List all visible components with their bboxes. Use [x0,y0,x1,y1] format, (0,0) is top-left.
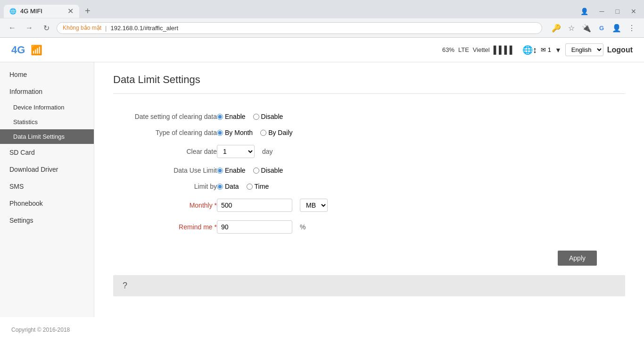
day-label: day [262,148,273,155]
site-footer: Copyright © 2016-2018 [0,317,644,343]
limit-by-time-text: Time [255,183,269,190]
data-use-limit-row: Data Use Limit Enable Disable [113,166,625,175]
wifi-icon: 📶 [31,44,42,56]
monthly-unit-select[interactable]: MB GB [300,199,328,212]
dropdown-arrow-icon[interactable]: ▼ [555,46,561,54]
security-indicator: Không bảo mật [63,25,101,31]
monthly-controls: MB GB [217,198,625,213]
date-setting-disable-radio[interactable] [253,114,259,120]
new-tab-button[interactable]: + [81,4,94,18]
tab-bar: 🌐 4G MIFI ✕ + 👤 ─ □ ✕ [0,0,644,18]
date-setting-enable-radio[interactable] [217,114,223,120]
date-setting-row: Date setting of clearing data Enable Dis… [113,112,625,121]
tab-close-button[interactable]: ✕ [67,8,74,15]
logo-4g-text: 4G [11,44,25,56]
date-setting-disable-label[interactable]: Disable [253,113,283,120]
sidebar-item-download-driver[interactable]: Download Driver [0,161,94,178]
limit-by-data-radio[interactable] [217,184,223,190]
monthly-label: Monthly * [113,198,217,213]
remind-me-row: Remind me * % [113,219,625,235]
profile-avatar-icon[interactable]: 👤 [610,21,623,34]
google-icon[interactable]: G [595,21,608,34]
apply-button[interactable]: Apply [558,251,597,266]
data-use-enable-text: Enable [225,167,246,174]
limit-by-time-radio[interactable] [247,184,253,190]
refresh-button[interactable]: ↻ [40,21,53,34]
type-clearing-label: Type of clearing data [113,128,217,137]
mail-icon[interactable]: ✉ 1 [541,46,551,53]
tab-favicon: 🌐 [9,8,17,15]
globe-icon[interactable]: 🌐↕ [522,45,537,55]
content-layout: Home Information Device Information Stat… [0,62,644,317]
limit-by-data-label[interactable]: Data [217,183,239,190]
data-use-enable-radio[interactable] [217,168,223,174]
signal-info: 63% LTE Viettel ▌▌▌▌ [442,46,515,54]
sidebar-item-sms[interactable]: SMS [0,178,94,195]
remind-me-input[interactable] [217,220,292,234]
logo-4g: 4G [11,44,25,56]
monthly-area: MB GB [217,199,625,212]
by-daily-radio[interactable] [260,130,266,136]
carrier-name: Viettel [473,46,490,53]
battery-percentage: 63% [442,46,454,53]
sidebar: Home Information Device Information Stat… [0,62,94,317]
data-use-limit-controls: Enable Disable [217,166,625,175]
maximize-button[interactable]: □ [612,6,623,17]
sidebar-item-home[interactable]: Home [0,66,94,83]
date-setting-enable-label[interactable]: Enable [217,113,246,120]
url-bar[interactable]: Không bảo mật | 192.168.0.1/#traffic_ale… [57,22,542,34]
by-daily-label[interactable]: By Daily [260,129,292,136]
data-use-enable-label[interactable]: Enable [217,167,246,174]
type-clearing-radio-group: By Month By Daily [217,129,625,136]
logout-button[interactable]: Logout [607,46,633,54]
star-icon[interactable]: ☆ [565,21,578,34]
sidebar-item-statistics[interactable]: Statistics [0,115,94,129]
monthly-input[interactable] [217,199,292,212]
sidebar-item-information[interactable]: Information [0,83,94,100]
type-clearing-row: Type of clearing data By Month By Daily [113,128,625,137]
data-use-disable-radio[interactable] [253,168,259,174]
limit-by-controls: Data Time [217,182,625,191]
minimize-button[interactable]: ─ [596,6,608,17]
by-month-label[interactable]: By Month [217,129,253,136]
date-setting-radio-group: Enable Disable [217,113,625,120]
monthly-row: Monthly * MB GB [113,198,625,213]
forward-button[interactable]: → [23,21,36,34]
by-daily-text: By Daily [268,129,292,136]
header-actions: 🌐↕ ✉ 1 ▼ English Logout [522,43,633,56]
header-right: 63% LTE Viettel ▌▌▌▌ 🌐↕ ✉ 1 ▼ English Lo… [442,43,633,56]
browser-actions: 🔑 ☆ 🔌 G 👤 ⋮ [550,21,638,34]
clear-date-label: Clear date [113,144,217,159]
help-icon[interactable]: ? [123,281,127,291]
clear-date-area: 1 2 3 day [217,145,625,158]
copyright-text: Copyright © 2016-2018 [11,327,70,333]
profile-button[interactable]: 👤 [577,6,592,17]
network-type: LTE [458,46,469,53]
data-use-disable-label[interactable]: Disable [253,167,283,174]
sidebar-item-data-limit-settings[interactable]: Data Limit Settings [0,129,94,144]
date-setting-controls: Enable Disable [217,112,625,121]
limit-by-label: Limit by [113,182,217,191]
extension-icon[interactable]: 🔌 [580,21,593,34]
sidebar-item-sd-card[interactable]: SD Card [0,144,94,161]
limit-by-time-label[interactable]: Time [247,183,269,190]
back-button[interactable]: ← [6,21,19,34]
key-icon[interactable]: 🔑 [550,21,563,34]
remind-me-area: % [217,220,625,234]
remind-me-label: Remind me * [113,219,217,235]
data-use-disable-text: Disable [261,167,283,174]
menu-icon[interactable]: ⋮ [625,21,638,34]
limit-by-data-text: Data [225,183,239,190]
language-select[interactable]: English [565,43,603,56]
close-button[interactable]: ✕ [627,6,640,17]
sidebar-item-device-information[interactable]: Device Information [0,100,94,115]
clear-date-controls: 1 2 3 day [217,144,625,159]
by-month-radio[interactable] [217,130,223,136]
url-text: 192.168.0.1/#traffic_alert [110,25,178,32]
sidebar-item-phonebook[interactable]: Phonebook [0,195,94,212]
active-tab[interactable]: 🌐 4G MIFI ✕ [4,5,79,18]
sidebar-item-settings[interactable]: Settings [0,212,94,229]
clear-date-select[interactable]: 1 2 3 [217,145,255,158]
main-content: Data Limit Settings Date setting of clea… [94,62,644,317]
page-wrapper: 4G 📶 63% LTE Viettel ▌▌▌▌ 🌐↕ ✉ 1 ▼ Engli… [0,38,644,344]
